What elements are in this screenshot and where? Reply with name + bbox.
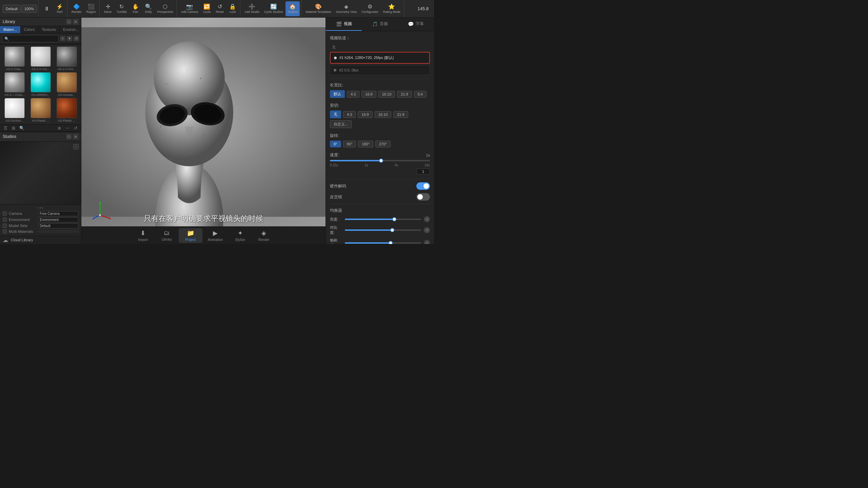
thumb-item-0[interactable]: AS-2-Crea... [2, 46, 27, 71]
hardware-decode-toggle[interactable] [416, 182, 430, 190]
performance-btn[interactable]: ⚡ Perf [54, 1, 66, 16]
ratio-16-10[interactable]: 16:10 [378, 91, 395, 98]
crop-16-9[interactable]: 16:9 [358, 111, 372, 118]
speed-slider-thumb[interactable] [379, 159, 383, 163]
contrast-thumb[interactable] [390, 228, 394, 232]
crop-none[interactable]: 无 [330, 110, 341, 118]
configurator-btn[interactable]: ⚙ Configurator [359, 1, 380, 16]
multi-materials-checkbox[interactable] [3, 229, 7, 233]
lock-camera-btn[interactable]: 🔒 Lock [226, 1, 239, 16]
cloud-library[interactable]: ☁ Cloud Library [0, 236, 81, 244]
thumb-item-5[interactable]: AS-Human... [54, 72, 79, 97]
tab-environments[interactable]: Environ... [60, 26, 82, 33]
bottom-nav-project[interactable]: 📁 Project [179, 228, 202, 243]
bottom-nav-animation[interactable]: ▶ Animation [202, 228, 228, 243]
bottom-nav-stylize[interactable]: ✦ Stylize [228, 228, 252, 243]
none-track-option[interactable]: 无 [330, 44, 430, 51]
settings-btn[interactable]: ⋯ [64, 125, 71, 131]
search-input[interactable] [2, 35, 59, 42]
contrast-reset[interactable]: ↺ [424, 227, 430, 233]
thumb-item-1[interactable]: AS-2-2-Cre... [28, 46, 53, 71]
perspective-btn[interactable]: ⬡ Perspective [155, 1, 175, 16]
tumble-btn[interactable]: ↻ Tumble [115, 1, 129, 16]
pause-btn[interactable]: ⏸ [41, 1, 53, 16]
ratio-5-4[interactable]: 5:4 [414, 91, 427, 98]
contrast-label: 对比度: [330, 225, 342, 235]
thumb-item-8[interactable]: AS-Plastic ... [54, 98, 79, 122]
saturation-thumb[interactable] [389, 241, 393, 244]
tab-textures[interactable]: Textures [39, 26, 60, 33]
saturation-reset[interactable]: ↺ [424, 240, 430, 244]
studios-expand-btn[interactable]: ⬡ [66, 134, 72, 139]
crop-4-3[interactable]: 4:3 [343, 111, 356, 118]
rotation-0[interactable]: 0° [330, 141, 341, 147]
material-templates-btn[interactable]: 🎨 Material Templates [303, 1, 333, 16]
cycle-studios-btn[interactable]: 🔄 Cycle Studios [262, 1, 285, 16]
add-studio-btn[interactable]: ➕ Add Studio [242, 1, 261, 16]
rotation-90[interactable]: 90° [343, 141, 356, 147]
studios-panel-controls: ⬡ ✕ [66, 134, 78, 139]
crop-21-9[interactable]: 21:9 [393, 111, 408, 118]
crop-custom[interactable]: 自定义... [330, 120, 352, 128]
ratio-16-9[interactable]: 16:9 [361, 91, 376, 98]
thumb-item-6[interactable]: AS-Occlusi... [2, 98, 27, 122]
list-view-btn[interactable]: ☰ [2, 125, 9, 131]
tab-subtitles[interactable]: 💬 字幕 [398, 18, 434, 31]
anti-aliasing-toggle[interactable] [416, 193, 430, 201]
refresh-btn[interactable]: ↺ [72, 125, 79, 131]
brightness-reset[interactable]: ↺ [424, 216, 430, 222]
studios-btn[interactable]: 🏠 Studios [285, 1, 300, 16]
thumb-item-2[interactable]: AS-2-2-Cre... [54, 46, 79, 71]
library-close-btn[interactable]: ✕ [73, 19, 78, 24]
studios-close-btn[interactable]: ✕ [73, 134, 78, 139]
tab-colors[interactable]: Colors [21, 26, 39, 33]
bottom-nav-library[interactable]: 🗂 Library [155, 228, 179, 243]
viewport-bg: 只有在客户明确要求平视镜头的时候 [81, 18, 326, 244]
ratio-4-3[interactable]: 4:3 [347, 91, 359, 98]
library-expand-btn[interactable]: ⬡ [66, 19, 72, 24]
video-track-1[interactable]: #1 h264, 1280×720, 25fps (默认) [330, 52, 430, 64]
move-btn[interactable]: ✛ Move [102, 1, 114, 16]
tab-materials[interactable]: Materi... [0, 26, 21, 33]
bottom-nav-render[interactable]: ◈ Render [252, 228, 276, 243]
brightness-slider[interactable] [345, 217, 421, 222]
thumb-item-3[interactable]: AS-3—-Crea... [2, 72, 27, 97]
zoom-btn[interactable]: 100% [21, 5, 37, 13]
svg-rect-18 [81, 27, 326, 217]
search-options-btn[interactable]: ≡ [60, 36, 65, 41]
search-btn[interactable]: 🔍 [18, 125, 25, 131]
rating-mode-btn[interactable]: ⭐ Rating Mode [381, 1, 402, 16]
library-icon: 🗂 [164, 229, 170, 237]
camera-checkbox[interactable] [3, 211, 7, 216]
geometry-view-btn[interactable]: ◈ Geometry View [334, 1, 359, 16]
search-refresh-btn[interactable]: ↺ [74, 36, 79, 41]
video-track-2[interactable]: #2 0:0, 0fps [330, 65, 430, 75]
tab-audio[interactable]: 🎵 音频 [362, 18, 398, 31]
search-filter-btn[interactable]: ▼ [67, 36, 72, 41]
model-sets-checkbox[interactable] [3, 224, 7, 228]
bottom-nav-import[interactable]: ⬇ Import [131, 228, 155, 243]
workspace-btn[interactable]: Default [3, 5, 21, 13]
add-camera-btn[interactable]: 📷 Add Camera [179, 1, 200, 16]
render-btn[interactable]: 🔷 Render [70, 1, 84, 16]
env-checkbox[interactable] [3, 218, 7, 222]
ratio-21-9[interactable]: 21:9 [397, 91, 412, 98]
contrast-slider[interactable] [345, 227, 421, 233]
crop-16-10[interactable]: 16:10 [375, 111, 392, 118]
saturation-slider[interactable] [345, 240, 421, 244]
speed-value-input[interactable] [416, 168, 430, 175]
cycle-cameras-btn[interactable]: 🔁 Cycle [201, 1, 213, 16]
thumb-item-4[interactable]: AS-GREEN... [28, 72, 53, 97]
pan-btn[interactable]: ✋ Pan [130, 1, 142, 16]
ratio-default[interactable]: 默认 [330, 90, 345, 98]
dolly-btn[interactable]: 🔍 Dolly [142, 1, 155, 16]
brightness-thumb[interactable] [392, 217, 396, 221]
add-btn[interactable]: ⊕ [56, 125, 63, 131]
region-btn[interactable]: ⬛ Region [84, 1, 98, 16]
thumb-item-7[interactable]: AS-Plastic ... [28, 98, 53, 122]
reset-cameras-btn[interactable]: ↺ Reset [214, 1, 226, 16]
tab-video[interactable]: 🎬 视频 [326, 18, 362, 31]
grid-view-btn[interactable]: ⊞ [10, 125, 17, 131]
rotation-180[interactable]: 180° [358, 141, 373, 147]
rotation-270[interactable]: 270° [375, 141, 391, 147]
